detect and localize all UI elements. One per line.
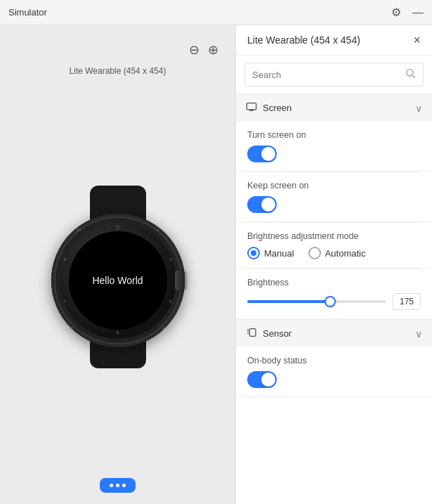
right-panel-title: Lite Wearable (454 x 454) bbox=[247, 34, 360, 46]
screen-section-chevron: ∨ bbox=[415, 103, 422, 114]
radio-automatic-circle bbox=[308, 247, 321, 259]
sensor-section-chevron: ∨ bbox=[415, 328, 422, 340]
watch-face: Hello World bbox=[69, 231, 167, 330]
watch: ▽ 2 10 4 8 3 9 5 7 6 Hello World bbox=[41, 186, 195, 368]
app-title: Simulator bbox=[8, 7, 391, 18]
search-icon bbox=[405, 67, 416, 82]
keep-screen-on-label: Keep screen on bbox=[247, 181, 421, 190]
on-body-toggle-container bbox=[247, 371, 421, 388]
svg-point-0 bbox=[407, 70, 413, 76]
brightness-mode-item: Brightness adjustment mode Manual Automa bbox=[236, 223, 432, 269]
dot1 bbox=[110, 484, 113, 487]
brightness-mode-radio-group: Manual Automatic bbox=[247, 247, 421, 259]
keep-screen-on-knob bbox=[261, 198, 275, 212]
keep-screen-on-toggle[interactable] bbox=[247, 196, 277, 213]
watch-crown bbox=[175, 271, 185, 290]
screen-section-title: Screen bbox=[263, 103, 292, 113]
screen-section-icon bbox=[246, 101, 257, 115]
sensor-header-left: Sensor bbox=[246, 327, 292, 340]
sensor-section: Sensor ∨ On-body status bbox=[236, 319, 432, 397]
minimize-icon[interactable]: — bbox=[412, 7, 424, 18]
main-layout: ⊖ ⊕ Lite Wearable (454 x 454) ▽ 2 10 4 8 bbox=[0, 25, 432, 504]
svg-line-1 bbox=[412, 75, 414, 77]
right-panel-header: Lite Wearable (454 x 454) × bbox=[236, 25, 432, 56]
turn-screen-on-knob bbox=[261, 147, 275, 161]
svg-rect-8 bbox=[249, 329, 256, 337]
radio-manual[interactable]: Manual bbox=[247, 247, 294, 259]
screen-section: Screen ∨ Turn screen on bbox=[236, 93, 432, 319]
turn-screen-on-label: Turn screen on bbox=[247, 130, 421, 140]
brightness-value: 175 bbox=[393, 293, 421, 310]
keep-screen-on-toggle-container bbox=[247, 196, 421, 213]
zoom-controls: ⊖ ⊕ bbox=[181, 37, 227, 63]
radio-manual-label: Manual bbox=[264, 248, 294, 259]
watch-display-text: Hello World bbox=[92, 275, 143, 286]
turn-screen-on-item: Turn screen on bbox=[236, 122, 432, 172]
svg-rect-2 bbox=[247, 103, 256, 110]
radio-automatic[interactable]: Automatic bbox=[308, 247, 366, 259]
screen-section-header[interactable]: Screen ∨ bbox=[236, 93, 432, 122]
left-panel: ⊖ ⊕ Lite Wearable (454 x 454) ▽ 2 10 4 8 bbox=[0, 25, 235, 504]
keep-screen-on-item: Keep screen on bbox=[236, 172, 432, 222]
section-header-left: Screen bbox=[246, 101, 292, 115]
sensor-settings-content: On-body status bbox=[236, 347, 432, 397]
radio-automatic-label: Automatic bbox=[325, 248, 366, 259]
settings-icon[interactable]: ⚙ bbox=[391, 7, 401, 18]
search-bar bbox=[244, 63, 424, 86]
radio-manual-circle bbox=[247, 247, 260, 259]
dot3 bbox=[122, 484, 126, 487]
screen-settings-content: Turn screen on Keep screen on bbox=[236, 122, 432, 319]
brightness-slider-track[interactable] bbox=[247, 300, 386, 303]
more-options-button[interactable] bbox=[100, 478, 136, 493]
right-content: Screen ∨ Turn screen on bbox=[236, 93, 432, 504]
brightness-slider-fill bbox=[247, 300, 330, 303]
zoom-out-button[interactable]: ⊖ bbox=[189, 42, 199, 58]
title-bar-controls: ⚙ — bbox=[391, 7, 424, 18]
brightness-mode-label: Brightness adjustment mode bbox=[247, 231, 421, 241]
sensor-section-icon bbox=[246, 327, 257, 340]
sensor-section-title: Sensor bbox=[263, 328, 292, 339]
dot2 bbox=[116, 484, 119, 487]
right-panel: Lite Wearable (454 x 454) × bbox=[235, 25, 432, 504]
on-body-status-item: On-body status bbox=[236, 347, 432, 397]
search-input[interactable] bbox=[252, 70, 405, 80]
sensor-section-header[interactable]: Sensor ∨ bbox=[236, 319, 432, 347]
watch-bezel: ▽ 2 10 4 8 3 9 5 7 6 Hello World bbox=[55, 218, 181, 343]
title-bar: Simulator ⚙ — bbox=[0, 0, 432, 25]
on-body-status-knob bbox=[261, 373, 275, 387]
watch-case: ▽ 2 10 4 8 3 9 5 7 6 Hello World bbox=[51, 214, 185, 347]
brightness-slider-thumb[interactable] bbox=[325, 296, 336, 307]
on-body-status-label: On-body status bbox=[247, 356, 421, 366]
brightness-label: Brightness bbox=[247, 278, 421, 287]
turn-screen-on-toggle-container bbox=[247, 146, 421, 162]
close-button[interactable]: × bbox=[413, 34, 421, 46]
radio-manual-inner bbox=[251, 250, 256, 256]
bottom-button-area bbox=[100, 478, 136, 493]
zoom-in-button[interactable]: ⊕ bbox=[208, 42, 218, 58]
brightness-slider-container: 175 bbox=[247, 293, 421, 310]
turn-screen-on-toggle[interactable] bbox=[247, 146, 277, 162]
on-body-status-toggle[interactable] bbox=[247, 371, 277, 388]
device-title: Lite Wearable (454 x 454) bbox=[70, 66, 166, 76]
brightness-item: Brightness 175 bbox=[236, 269, 432, 319]
watch-preview: ▽ 2 10 4 8 3 9 5 7 6 Hello World bbox=[41, 87, 195, 467]
